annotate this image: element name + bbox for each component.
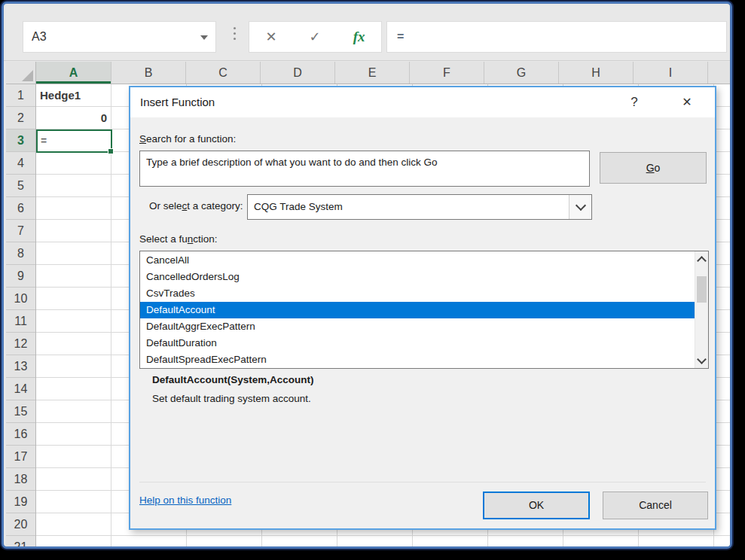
select-function-label: Select a function:: [139, 233, 218, 245]
row-header-4[interactable]: 4: [6, 152, 35, 175]
row-header-3[interactable]: 3: [6, 129, 35, 152]
function-list-item[interactable]: CancelAll: [140, 252, 695, 269]
row-header-11[interactable]: 11: [6, 310, 35, 333]
function-list-item[interactable]: DefaultDuration: [140, 335, 695, 352]
row-header-7[interactable]: 7: [6, 220, 35, 242]
formula-bar-value: =: [397, 30, 404, 43]
chevron-up-icon: [697, 256, 707, 266]
search-input[interactable]: [139, 151, 590, 187]
scrollbar-thumb[interactable]: [697, 276, 707, 303]
select-all-triangle-icon: [22, 70, 33, 81]
dropdown-button[interactable]: [569, 195, 591, 219]
column-header-D[interactable]: D: [261, 62, 335, 84]
cell-A3-active[interactable]: =: [36, 129, 112, 153]
chevron-down-icon: [697, 355, 707, 364]
cell-A1[interactable]: Hedge1: [36, 84, 111, 107]
row-header-1[interactable]: 1: [6, 84, 35, 107]
search-label: Search for a function:: [139, 133, 236, 145]
formula-bar-grip-icon: [234, 27, 236, 40]
row-header-13[interactable]: 13: [6, 355, 35, 378]
row-header-6[interactable]: 6: [6, 197, 35, 220]
column-header-H[interactable]: H: [559, 62, 634, 84]
row-header-16[interactable]: 16: [6, 423, 35, 446]
row-header-14[interactable]: 14: [6, 378, 35, 400]
row-header-19[interactable]: 19: [6, 491, 35, 513]
row-header-21[interactable]: 21: [6, 536, 35, 546]
column-header-F[interactable]: F: [410, 62, 484, 84]
insert-function-dialog: Insert Function ? ✕ Search for a functio…: [129, 86, 716, 530]
row-header-9[interactable]: 9: [6, 265, 35, 288]
row-header-8[interactable]: 8: [6, 242, 35, 265]
dialog-title-bar[interactable]: Insert Function ? ✕: [130, 87, 715, 117]
cell-A3-value: =: [41, 135, 47, 147]
name-box-dropdown-icon[interactable]: [200, 35, 208, 40]
cell-A2[interactable]: 0: [36, 107, 111, 129]
column-header-C[interactable]: C: [186, 62, 261, 84]
name-box[interactable]: A3: [23, 21, 216, 53]
function-list: CancelAllCancelledOrdersLogCsvTradesDefa…: [140, 252, 695, 368]
column-header-A[interactable]: A: [36, 62, 111, 84]
list-scrollbar[interactable]: [695, 251, 708, 368]
name-box-value: A3: [32, 30, 47, 43]
row-headers: 123456789101112131415161718192021: [6, 84, 36, 546]
function-list-item[interactable]: CsvTrades: [140, 285, 695, 302]
scroll-up-button[interactable]: [695, 251, 708, 266]
function-list-item[interactable]: DefaultSpreadExecPattern: [140, 352, 695, 368]
row-header-2[interactable]: 2: [6, 107, 35, 129]
scroll-down-button[interactable]: [695, 353, 708, 368]
cancel-entry-icon[interactable]: ✕: [265, 29, 276, 45]
confirm-entry-icon[interactable]: ✓: [310, 29, 321, 45]
chevron-down-icon: [575, 200, 585, 211]
row-header-18[interactable]: 18: [6, 468, 35, 491]
row-header-20[interactable]: 20: [6, 513, 35, 536]
chrome-divider: [4, 60, 730, 61]
excel-window: A3 ✕ ✓ fx = ABCDEFGHI 123456789101112131…: [2, 2, 732, 549]
column-header-B[interactable]: B: [111, 62, 186, 84]
function-signature: DefaultAccount(System,Account): [152, 374, 314, 385]
category-dropdown[interactable]: CQG Trade System: [247, 194, 592, 220]
formula-toolbar: ✕ ✓ fx: [249, 21, 382, 53]
column-header-I[interactable]: I: [634, 62, 708, 84]
column-header-E[interactable]: E: [335, 62, 410, 84]
dialog-title: Insert Function: [140, 87, 215, 117]
dialog-help-icon[interactable]: ?: [621, 87, 647, 117]
ok-button[interactable]: OK: [483, 492, 590, 519]
select-all-button[interactable]: [6, 62, 36, 84]
dialog-close-icon[interactable]: ✕: [674, 87, 700, 117]
row-header-12[interactable]: 12: [6, 333, 35, 355]
function-description: Set default trading system account.: [152, 393, 311, 404]
insert-function-icon[interactable]: fx: [353, 29, 365, 45]
help-on-function-link[interactable]: Help on this function: [139, 495, 231, 506]
row-header-10[interactable]: 10: [6, 288, 35, 310]
category-value: CQG Trade System: [254, 201, 343, 212]
dialog-separator: [139, 482, 706, 482]
column-headers: ABCDEFGHI: [36, 62, 730, 84]
function-listbox: CancelAllCancelledOrdersLogCsvTradesDefa…: [139, 251, 709, 369]
column-header-G[interactable]: G: [484, 62, 559, 84]
row-header-15[interactable]: 15: [6, 400, 35, 423]
category-label: Or select a category:: [149, 200, 243, 212]
formula-bar[interactable]: =: [386, 21, 727, 53]
function-list-item[interactable]: DefaultAggrExecPattern: [140, 318, 695, 335]
go-button[interactable]: Go: [600, 152, 707, 184]
row-header-5[interactable]: 5: [6, 175, 35, 197]
function-list-item[interactable]: DefaultAccount: [140, 302, 695, 318]
row-header-17[interactable]: 17: [6, 446, 35, 468]
fill-handle[interactable]: [108, 148, 114, 154]
function-list-item[interactable]: CancelledOrdersLog: [140, 269, 695, 285]
cancel-button[interactable]: Cancel: [603, 492, 708, 519]
